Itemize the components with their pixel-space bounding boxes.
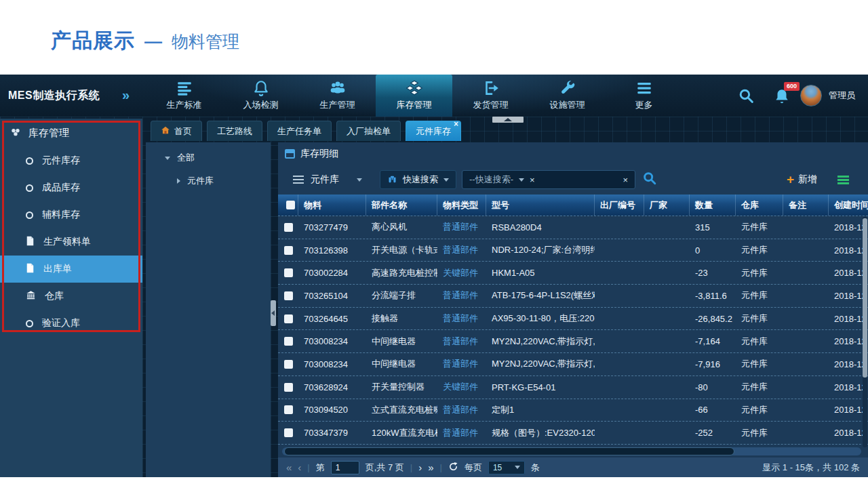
vertical-scrollbar-thumb[interactable] bbox=[863, 218, 867, 378]
tab-incoming-sampling[interactable]: 入厂抽检单 bbox=[336, 121, 401, 141]
column-header[interactable]: 部件名称 bbox=[366, 195, 437, 216]
column-header[interactable]: 出厂编号 bbox=[595, 195, 644, 216]
nav-item-inventory-mgmt[interactable]: 库存管理 bbox=[376, 75, 452, 117]
table-row[interactable]: 703126398 开关电源（卡轨式） 普通部件 NDR-120-24;厂家:台… bbox=[278, 239, 868, 262]
row-checkbox[interactable] bbox=[284, 360, 293, 369]
search-icon[interactable] bbox=[738, 87, 755, 107]
search-submit-icon[interactable] bbox=[642, 171, 657, 188]
cell-material: 703002284 bbox=[298, 262, 366, 284]
sidebar-item-picking-list[interactable]: 生产领料单 bbox=[0, 228, 142, 256]
user-avatar[interactable] bbox=[800, 85, 822, 106]
sidebar-item-finished-stock[interactable]: 成品库存 bbox=[0, 174, 142, 201]
cell-material: 703347379 bbox=[298, 422, 366, 444]
hamburger-icon[interactable] bbox=[293, 176, 304, 184]
table-row[interactable]: 703628924 开关量控制器 关键部件 PRT-KG-E54-01 -80 … bbox=[278, 376, 868, 399]
row-checkbox[interactable] bbox=[284, 223, 293, 232]
sidebar-item-warehouse[interactable]: 仓库 bbox=[0, 283, 142, 310]
tab-component-stock[interactable]: 元件库存 × bbox=[406, 121, 461, 141]
cell-material-type: 普通部件 bbox=[437, 308, 486, 330]
table-row[interactable]: 703094520 立式直流充电桩喇... 普通部件 定制1 -66 元件库 2… bbox=[278, 399, 868, 422]
cell-serial bbox=[595, 330, 644, 352]
clear-icon[interactable]: × bbox=[530, 175, 535, 185]
tab-production-task[interactable]: 生产任务单 bbox=[267, 121, 332, 141]
cell-remark bbox=[783, 239, 829, 262]
sidebar-item-verify-inbound[interactable]: 验证入库 bbox=[0, 310, 142, 337]
sidebar-item-outbound-order[interactable]: 出库单 bbox=[0, 256, 142, 283]
row-checkbox[interactable] bbox=[284, 428, 293, 437]
table-row[interactable]: 703002284 高速路充电桩控制器 关键部件 HKM1-A05 -23 元件… bbox=[278, 262, 868, 285]
nav-item-facility-mgmt[interactable]: 设施管理 bbox=[529, 75, 606, 117]
nav-item-shipping-mgmt[interactable]: 发货管理 bbox=[452, 75, 529, 117]
tree-node-all[interactable]: 全部 bbox=[146, 148, 271, 168]
row-checkbox[interactable] bbox=[284, 268, 293, 277]
tab-process-route[interactable]: 工艺路线 bbox=[207, 121, 262, 141]
page-number-input[interactable] bbox=[331, 461, 359, 474]
row-checkbox[interactable] bbox=[284, 405, 293, 414]
row-checkbox[interactable] bbox=[284, 383, 293, 392]
prev-page-icon[interactable]: ‹ bbox=[298, 462, 301, 472]
cell-serial bbox=[595, 422, 644, 444]
user-name[interactable]: 管理员 bbox=[829, 75, 855, 117]
tab-home[interactable]: 首页 bbox=[151, 121, 202, 141]
horizontal-scrollbar-track[interactable] bbox=[282, 447, 861, 455]
nav-item-more[interactable]: 更多 bbox=[606, 75, 682, 117]
chevron-down-icon bbox=[519, 178, 524, 182]
menu-icon bbox=[635, 79, 653, 97]
cell-material: 703008234 bbox=[298, 353, 366, 375]
top-banner: 产品展示 — 物料管理 bbox=[0, 0, 868, 75]
refresh-icon[interactable] bbox=[448, 462, 458, 474]
column-header[interactable]: 物料类型 bbox=[437, 195, 486, 216]
quick-search-mode-button[interactable]: 快速搜索 bbox=[380, 170, 456, 189]
warehouse-filter-dropdown[interactable]: 元件库 bbox=[311, 174, 362, 186]
row-checkbox[interactable] bbox=[284, 291, 293, 300]
cell-vendor bbox=[644, 308, 690, 330]
tree-node-component-warehouse[interactable]: 元件库 bbox=[146, 171, 271, 191]
divider: | bbox=[307, 462, 309, 472]
row-checkbox[interactable] bbox=[284, 314, 293, 323]
column-header[interactable]: 数量 bbox=[690, 195, 736, 216]
column-header[interactable]: 创建时间 bbox=[829, 195, 868, 216]
column-header[interactable]: 备注 bbox=[783, 195, 829, 216]
per-page-select[interactable]: 15 bbox=[488, 461, 525, 474]
cell-serial bbox=[595, 308, 644, 330]
nav-item-entry-inspection[interactable]: 入场检测 bbox=[222, 75, 299, 117]
sidebar-item-auxiliary-stock[interactable]: 辅料库存 bbox=[0, 201, 142, 228]
table-row[interactable]: 703277479 离心风机 普通部件 RSBA280D4 315 元件库 20… bbox=[278, 216, 868, 239]
column-settings-icon[interactable] bbox=[837, 176, 849, 184]
horizontal-scrollbar-thumb[interactable] bbox=[284, 447, 734, 455]
table-row[interactable]: 703265104 分流端子排 普通部件 ATB-175-6-4P-L1S2(螺… bbox=[278, 285, 868, 308]
nav-item-production-standard[interactable]: 生产标准 bbox=[146, 75, 222, 117]
row-checkbox[interactable] bbox=[284, 337, 293, 346]
next-page-icon[interactable]: › bbox=[418, 462, 422, 472]
cell-quantity: -23 bbox=[690, 262, 736, 284]
cell-warehouse: 元件库 bbox=[736, 376, 783, 399]
page-title-main: 产品展示 bbox=[51, 27, 135, 55]
column-header[interactable]: 物料 bbox=[298, 195, 366, 216]
table-row[interactable]: 703264645 接触器 普通部件 AX95-30-11-80，电压:220-… bbox=[278, 308, 868, 331]
chevron-right-icon bbox=[177, 178, 180, 184]
circle-icon bbox=[26, 320, 33, 327]
chevron-down-icon bbox=[443, 178, 449, 182]
close-icon[interactable]: × bbox=[454, 119, 458, 129]
column-header[interactable]: 厂家 bbox=[644, 195, 690, 216]
row-checkbox[interactable] bbox=[284, 246, 293, 255]
cell-model: NDR-120-24;厂家:台湾明纬;... bbox=[486, 239, 595, 262]
cell-vendor bbox=[644, 399, 690, 422]
column-header[interactable]: 仓库 bbox=[736, 195, 783, 216]
cell-warehouse: 元件库 bbox=[736, 399, 783, 422]
sidebar-item-component-stock[interactable]: 元件库存 bbox=[0, 147, 142, 174]
nav-scroll-up-button[interactable] bbox=[492, 117, 524, 123]
table-row[interactable]: 703347379 120kW直流充电机... 普通部件 规格（图号）:EV23… bbox=[278, 422, 868, 445]
select-all-checkbox[interactable] bbox=[286, 201, 295, 209]
sidebar-collapse-icon[interactable]: » bbox=[122, 75, 130, 117]
table-row[interactable]: 703008234 中间继电器 普通部件 MY2NJ,220VAC,带指示灯,触… bbox=[278, 330, 868, 353]
splitter-handle[interactable] bbox=[271, 300, 276, 326]
first-page-icon[interactable]: « bbox=[286, 462, 292, 472]
add-new-button[interactable]: + 新增 bbox=[787, 174, 817, 186]
quick-search-input[interactable]: --快速搜索- × × bbox=[462, 170, 635, 189]
column-header[interactable]: 型号 bbox=[486, 195, 595, 216]
table-row[interactable]: 703008234 中间继电器 普通部件 MY2NJ,220VAC,带指示灯,触… bbox=[278, 353, 868, 376]
last-page-icon[interactable]: » bbox=[428, 462, 433, 472]
nav-item-production-mgmt[interactable]: 生产管理 bbox=[299, 75, 376, 117]
clear-input-icon[interactable]: × bbox=[623, 175, 628, 185]
